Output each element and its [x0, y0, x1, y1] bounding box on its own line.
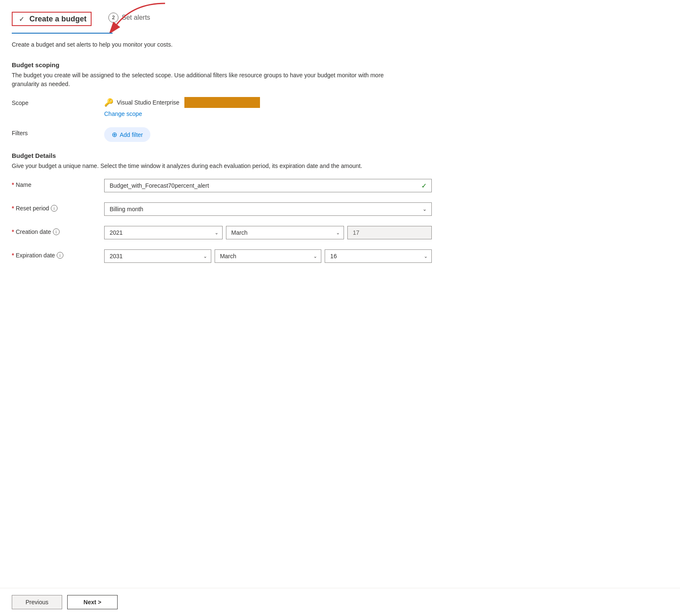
name-valid-checkmark: ✓	[421, 182, 427, 190]
creation-year-select[interactable]: 2021	[104, 226, 223, 239]
creation-month-select[interactable]: March	[226, 226, 344, 239]
name-label: * Name	[12, 179, 104, 188]
name-control: ✓	[104, 179, 432, 192]
budget-details-title: Budget Details	[12, 152, 445, 159]
creation-year-wrapper: 2021 ⌄	[104, 226, 223, 239]
page-subtitle: Create a budget and set alerts to help y…	[12, 41, 445, 48]
name-required-star: *	[12, 181, 14, 188]
bottom-navigation: Previous Next >	[0, 588, 680, 616]
expiration-date-fields: 2031 ⌄ March ⌄ 16 ⌄	[104, 249, 432, 263]
creation-date-required-star: *	[12, 228, 14, 235]
expiration-year-wrapper: 2031 ⌄	[104, 249, 211, 263]
name-row: * Name ✓	[12, 179, 445, 192]
creation-date-row: * Creation date i 2021 ⌄ March	[12, 226, 445, 239]
scope-name-text: Visual Studio Enterprise	[117, 99, 179, 106]
scope-control: 🔑 Visual Studio Enterprise Change scope	[104, 97, 432, 117]
reset-period-dropdown-wrapper: Billing month ⌄	[104, 202, 432, 216]
creation-date-info-icon[interactable]: i	[53, 228, 60, 235]
reset-period-row: * Reset period i Billing month ⌄	[12, 202, 445, 216]
budget-details-section: Budget Details Give your budget a unique…	[12, 152, 445, 263]
filters-row: Filters ⊕ Add filter	[12, 127, 445, 142]
budget-scoping-section: Budget scoping The budget you create wil…	[12, 61, 445, 142]
creation-month-wrapper: March ⌄	[226, 226, 344, 239]
expiration-month-select[interactable]: March	[215, 249, 322, 263]
name-input-wrapper: ✓	[104, 179, 432, 192]
scope-label: Scope	[12, 97, 104, 106]
reset-period-select[interactable]: Billing month	[104, 202, 432, 216]
creation-date-control: 2021 ⌄ March ⌄	[104, 226, 432, 239]
change-scope-link[interactable]: Change scope	[104, 110, 142, 117]
expiration-date-label: * Expiration date i	[12, 249, 104, 259]
step-2-set-alerts[interactable]: 2 Set alerts	[108, 13, 150, 25]
expiration-year-select[interactable]: 2031	[104, 249, 211, 263]
step-2-number: 2	[108, 13, 118, 23]
reset-period-info-icon[interactable]: i	[51, 205, 58, 212]
next-button[interactable]: Next >	[67, 595, 118, 609]
step-1-create-budget[interactable]: ✓ Create a budget	[12, 12, 92, 26]
scope-value-row: 🔑 Visual Studio Enterprise	[104, 97, 432, 108]
budget-details-desc: Give your budget a unique name. Select t…	[12, 162, 390, 170]
expiration-day-wrapper: 16 ⌄	[325, 249, 432, 263]
budget-scoping-desc: The budget you create will be assigned t…	[12, 71, 390, 89]
add-filter-label: Add filter	[120, 131, 143, 138]
expiration-date-control: 2031 ⌄ March ⌄ 16 ⌄	[104, 249, 432, 263]
creation-date-label: * Creation date i	[12, 226, 104, 235]
creation-day-input	[347, 226, 432, 239]
expiration-date-info-icon[interactable]: i	[57, 252, 63, 259]
filter-plus-icon: ⊕	[112, 131, 117, 139]
expiration-day-select[interactable]: 16	[325, 249, 432, 263]
expiration-date-row: * Expiration date i 2031 ⌄ March	[12, 249, 445, 263]
reset-period-control: Billing month ⌄	[104, 202, 432, 216]
key-icon: 🔑	[104, 98, 113, 107]
step-2-label: Set alerts	[122, 14, 150, 21]
add-filter-button[interactable]: ⊕ Add filter	[104, 127, 150, 142]
reset-period-required-star: *	[12, 205, 14, 212]
budget-scoping-title: Budget scoping	[12, 61, 445, 68]
expiration-date-required-star: *	[12, 252, 14, 259]
previous-button[interactable]: Previous	[12, 595, 62, 609]
filters-control: ⊕ Add filter	[104, 127, 432, 142]
step-1-underline	[12, 33, 113, 34]
step-1-label: Create a budget	[29, 15, 87, 24]
scope-row: Scope 🔑 Visual Studio Enterprise Change …	[12, 97, 445, 117]
scope-redacted	[184, 97, 260, 108]
creation-date-fields: 2021 ⌄ March ⌄	[104, 226, 432, 239]
expiration-month-wrapper: March ⌄	[215, 249, 322, 263]
reset-period-label: * Reset period i	[12, 202, 104, 212]
name-input[interactable]	[104, 179, 432, 192]
filters-label: Filters	[12, 127, 104, 136]
step-1-checkmark: ✓	[17, 14, 26, 24]
